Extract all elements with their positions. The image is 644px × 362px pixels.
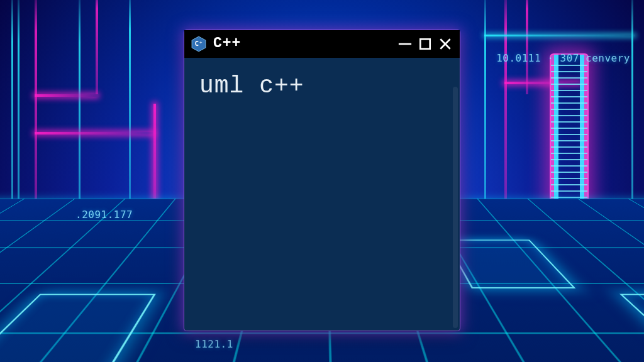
- cpp-hex-icon: C⁺: [191, 36, 207, 52]
- scrollbar[interactable]: [453, 87, 458, 328]
- hud-left-mid: .2091.177: [75, 210, 133, 220]
- maximize-icon: [418, 37, 432, 51]
- titlebar[interactable]: C⁺ C++: [184, 30, 460, 58]
- minimize-button[interactable]: [398, 37, 412, 51]
- svg-text:C⁺: C⁺: [194, 40, 203, 48]
- close-button[interactable]: [438, 37, 452, 51]
- terminal-body[interactable]: uml c++: [184, 58, 460, 331]
- minimize-icon: [398, 37, 412, 51]
- window-title: C++: [213, 36, 241, 51]
- maximize-button[interactable]: [418, 37, 432, 51]
- terminal-line: uml c++: [199, 72, 304, 99]
- hud-top-right: 10.0111 · 307 cenvery: [496, 53, 630, 63]
- hud-bottom: 1121.1: [195, 339, 233, 349]
- terminal-window: C⁺ C++ uml c++: [184, 30, 460, 331]
- svg-rect-3: [420, 39, 430, 48]
- close-icon: [438, 37, 452, 51]
